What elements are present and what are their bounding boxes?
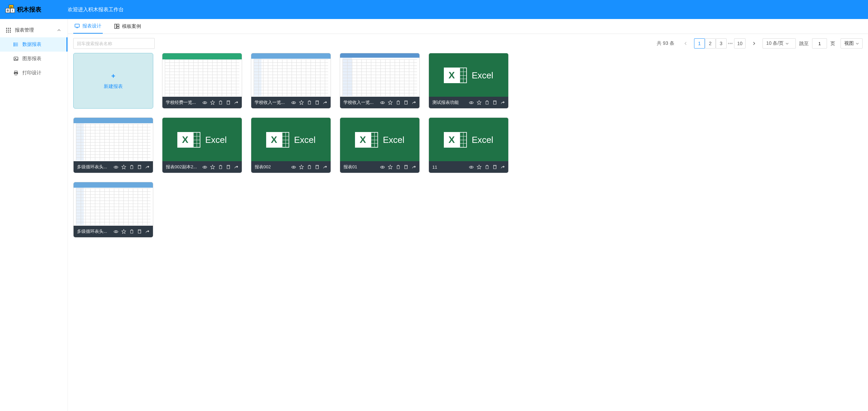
svg-point-35 — [204, 166, 205, 168]
eye-icon[interactable] — [291, 100, 296, 105]
card-name: 多级循环表头... — [77, 228, 114, 235]
chevron-down-icon — [786, 42, 789, 45]
new-report-card[interactable]: +新建报表 — [73, 53, 153, 109]
star-icon[interactable] — [477, 100, 481, 105]
share-icon[interactable] — [234, 165, 238, 169]
page-size-select[interactable]: 10 条/页 — [763, 38, 796, 49]
trash-icon[interactable] — [396, 100, 400, 105]
eye-icon[interactable] — [114, 229, 118, 234]
trash-icon[interactable] — [307, 100, 312, 105]
eye-icon[interactable] — [202, 165, 207, 169]
copy-icon[interactable] — [492, 100, 497, 105]
eye-icon[interactable] — [291, 165, 296, 169]
total-count: 共 93 条 — [657, 40, 674, 46]
svg-rect-1 — [8, 28, 9, 29]
report-card[interactable]: 学校收入一览... — [340, 53, 420, 109]
copy-icon[interactable] — [315, 100, 319, 105]
trash-icon[interactable] — [218, 100, 223, 105]
eye-icon[interactable] — [380, 100, 385, 105]
star-icon[interactable] — [121, 229, 126, 234]
trash-icon[interactable] — [396, 165, 400, 169]
logo[interactable]: mBI 积木报表 — [5, 5, 68, 14]
share-icon[interactable] — [322, 100, 327, 105]
page-1[interactable]: 1 — [694, 38, 705, 49]
next-page-button[interactable] — [749, 38, 759, 49]
star-icon[interactable] — [210, 100, 215, 105]
page-jump-input[interactable] — [812, 38, 827, 49]
prev-page-button[interactable] — [680, 38, 691, 49]
copy-icon[interactable] — [315, 165, 319, 169]
card-name: 多级循环表头... — [77, 164, 114, 170]
copy-icon[interactable] — [137, 229, 142, 234]
card-bar: 11 — [429, 161, 508, 173]
list-icon — [14, 42, 19, 47]
thumbnail-table — [74, 118, 153, 162]
star-icon[interactable] — [210, 165, 215, 169]
svg-point-13 — [14, 44, 14, 45]
eye-icon[interactable] — [469, 165, 474, 169]
report-card[interactable]: 学校收入一览... — [251, 53, 331, 109]
copy-icon[interactable] — [137, 165, 142, 169]
share-icon[interactable] — [145, 165, 150, 169]
trash-icon[interactable] — [307, 165, 312, 169]
star-icon[interactable] — [121, 165, 126, 169]
report-card[interactable]: XExcel测试报表功能 — [429, 53, 509, 109]
star-icon[interactable] — [388, 165, 393, 169]
trash-icon[interactable] — [129, 165, 134, 169]
report-card[interactable]: 多级循环表头... — [73, 117, 153, 173]
page-10[interactable]: 10 — [734, 38, 746, 49]
share-icon[interactable] — [500, 165, 505, 169]
view-select[interactable]: 视图 — [841, 38, 863, 49]
trash-icon[interactable] — [129, 229, 134, 234]
svg-rect-40 — [405, 166, 408, 169]
eye-icon[interactable] — [469, 100, 474, 105]
trash-icon[interactable] — [485, 100, 489, 105]
share-icon[interactable] — [500, 100, 505, 105]
share-icon[interactable] — [322, 165, 327, 169]
sidebar-item-2[interactable]: 打印设计 — [0, 66, 67, 80]
sidebar-item-1[interactable]: 图形报表 — [0, 52, 67, 66]
report-card[interactable]: XExcel报表002副本2... — [162, 117, 242, 173]
card-bar: 多级循环表头... — [74, 161, 153, 173]
copy-icon[interactable] — [403, 165, 408, 169]
svg-rect-38 — [316, 166, 319, 169]
sidebar: 报表管理 数据报表图形报表打印设计 — [0, 19, 68, 411]
trash-icon[interactable] — [485, 165, 489, 169]
sidebar-item-0[interactable]: 数据报表 — [0, 37, 67, 52]
svg-rect-2 — [10, 28, 11, 29]
trash-icon[interactable] — [218, 165, 223, 169]
copy-icon[interactable] — [492, 165, 497, 169]
svg-rect-34 — [138, 166, 141, 169]
page-2[interactable]: 2 — [705, 38, 716, 49]
copy-icon[interactable] — [226, 100, 231, 105]
copy-icon[interactable] — [226, 165, 231, 169]
monitor-icon — [75, 23, 80, 29]
star-icon[interactable] — [388, 100, 393, 105]
share-icon[interactable] — [411, 165, 416, 169]
report-card[interactable]: 学校经费一览... — [162, 53, 242, 109]
star-icon[interactable] — [477, 165, 481, 169]
svg-point-27 — [293, 102, 294, 103]
page-ellipsis[interactable]: ••• — [727, 41, 734, 46]
eye-icon[interactable] — [114, 165, 118, 169]
report-card[interactable]: XExcel报表002 — [251, 117, 331, 173]
report-card[interactable]: 多级循环表头... — [73, 182, 153, 238]
share-icon[interactable] — [234, 100, 238, 105]
tab-1[interactable]: 模板案例 — [113, 19, 142, 34]
page-jump: 跳至 页 — [799, 38, 835, 49]
eye-icon[interactable] — [202, 100, 207, 105]
star-icon[interactable] — [299, 100, 304, 105]
tab-0[interactable]: 报表设计 — [73, 19, 103, 34]
page-3[interactable]: 3 — [716, 38, 727, 49]
share-icon[interactable] — [145, 229, 150, 234]
eye-icon[interactable] — [380, 165, 385, 169]
svg-rect-20 — [75, 24, 79, 27]
search-input[interactable] — [73, 38, 155, 49]
copy-icon[interactable] — [403, 100, 408, 105]
report-card[interactable]: XExcel报表01 — [340, 117, 420, 173]
report-card[interactable]: XExcel11 — [429, 117, 509, 173]
share-icon[interactable] — [411, 100, 416, 105]
new-report-label: 新建报表 — [104, 83, 123, 90]
sidebar-group-report-mgmt[interactable]: 报表管理 — [0, 23, 67, 37]
star-icon[interactable] — [299, 165, 304, 169]
